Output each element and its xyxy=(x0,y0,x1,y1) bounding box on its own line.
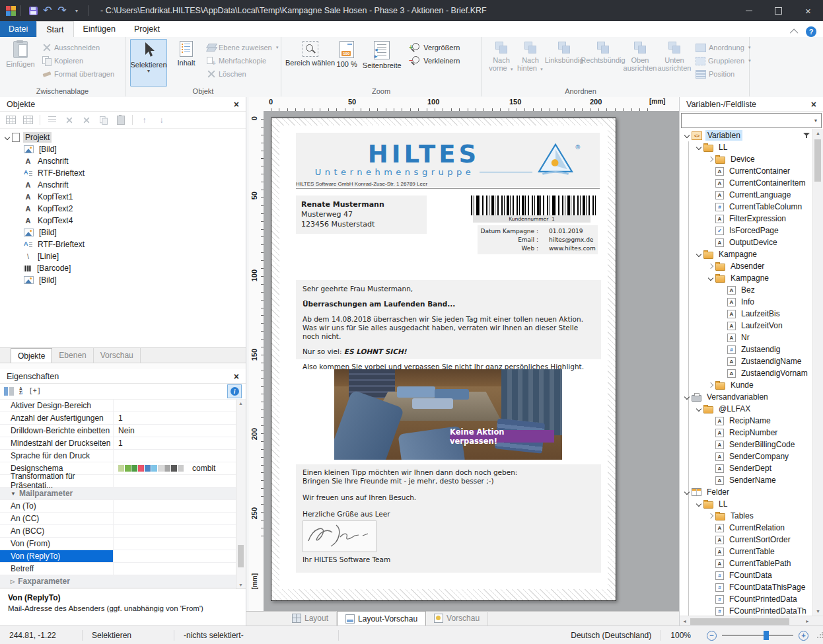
tree-item[interactable]: KopfText2 xyxy=(0,203,246,215)
paste-button[interactable]: Einfügen xyxy=(4,39,37,87)
chevron-icon[interactable] xyxy=(706,431,715,435)
properties-scrollbar[interactable]: ▲ ▼ xyxy=(236,400,246,589)
chevron-icon[interactable] xyxy=(15,196,24,199)
tree-item[interactable]: Kampagne xyxy=(680,248,813,260)
info-button[interactable]: i xyxy=(227,384,242,398)
letter-page[interactable]: HILTES Unternehmensgruppe ® HILTES Softw… xyxy=(271,118,616,601)
chevron-icon[interactable] xyxy=(694,252,703,256)
tree-item[interactable]: IsForcedPage xyxy=(680,225,813,236)
tree-item[interactable]: RTF-Brieftext xyxy=(0,167,246,179)
tree-item[interactable]: CurrentRelation xyxy=(680,522,813,534)
chevron-icon[interactable] xyxy=(706,419,715,423)
tab-vorschau[interactable]: Vorschau xyxy=(94,348,141,363)
position-button[interactable]: Position xyxy=(696,69,752,79)
status-language[interactable]: Deutsch (Deutschland) xyxy=(561,630,661,641)
sort-az-button[interactable]: A Z↓ xyxy=(19,387,24,396)
property-row[interactable]: Transformation für Präsentati... xyxy=(0,475,246,487)
chevron-icon[interactable] xyxy=(718,336,727,340)
scrollbar-thumb[interactable] xyxy=(690,618,789,625)
property-row[interactable]: Sprache für den Druck xyxy=(0,450,246,462)
tree-item[interactable]: FilterExpression xyxy=(680,213,813,225)
property-row[interactable]: Mailparameter xyxy=(0,487,246,500)
scroll-right-icon[interactable]: ► xyxy=(805,619,810,624)
tree-item[interactable]: CurrentContainer xyxy=(680,165,813,177)
property-value[interactable]: 1 xyxy=(114,437,246,449)
fieldlist-vscrollbar[interactable]: ▲ ▼ xyxy=(812,129,823,616)
property-row[interactable]: Von (From) xyxy=(0,538,246,550)
align-right-button[interactable]: Rechtsbündig xyxy=(583,39,623,87)
copy-object-button[interactable] xyxy=(98,115,109,125)
tree-item[interactable]: [Bild] xyxy=(0,274,246,286)
fieldlist-filter-combo[interactable]: ▼ xyxy=(681,113,822,128)
align-top-button[interactable]: Oben ausrichten xyxy=(623,39,657,87)
chevron-icon[interactable] xyxy=(706,538,715,542)
zoom-out-button[interactable]: −Verkleinern xyxy=(410,55,460,66)
format-painter-button[interactable]: Format übertragen xyxy=(42,69,114,79)
object-list-button[interactable] xyxy=(46,115,57,125)
paste-object-button[interactable] xyxy=(115,115,126,125)
property-row[interactable]: An (To) xyxy=(0,500,246,513)
chevron-icon[interactable] xyxy=(706,526,715,530)
tree-item[interactable]: ZustaendigVornam xyxy=(680,367,813,379)
property-value[interactable] xyxy=(114,513,246,524)
tab-layout-vorschau[interactable]: Layout-Vorschau xyxy=(337,611,426,626)
tree-item[interactable]: Anschrift xyxy=(0,155,246,167)
tree-item[interactable]: Kunde xyxy=(680,379,813,391)
bring-to-front-button[interactable]: Nach vorne ▼ xyxy=(487,39,516,87)
assign-layer-button[interactable]: Ebene zuweisen▼ xyxy=(207,42,279,53)
tree-item[interactable]: Kampagne xyxy=(680,272,813,284)
chevron-icon[interactable] xyxy=(706,205,715,209)
chevron-icon[interactable] xyxy=(706,194,715,197)
campaign-info-object[interactable]: Datum Kampagne : 01.01.2019 Email : hilt… xyxy=(478,225,598,254)
send-to-back-button[interactable]: Nach hinten ▼ xyxy=(516,39,545,87)
designschema-value[interactable]: combit xyxy=(114,462,246,474)
zoom-slider[interactable] xyxy=(722,635,793,636)
chevron-icon[interactable] xyxy=(15,172,24,175)
chevron-icon[interactable] xyxy=(706,586,715,589)
chevron-icon[interactable] xyxy=(15,160,24,163)
property-value[interactable]: Nein xyxy=(114,425,246,437)
chevron-icon[interactable] xyxy=(15,267,24,270)
tree-item[interactable]: [Bild] xyxy=(0,227,246,238)
chevron-icon[interactable] xyxy=(682,133,692,137)
chevron-icon[interactable] xyxy=(15,243,24,246)
chevron-icon[interactable] xyxy=(706,383,715,387)
resize-grip[interactable] xyxy=(816,632,823,639)
tree-item[interactable]: Absender xyxy=(680,260,813,272)
scrollbar-thumb[interactable] xyxy=(814,139,821,182)
scroll-left-icon[interactable]: ◄ xyxy=(682,619,687,624)
tree-item[interactable]: LL xyxy=(680,141,813,153)
section-chevron-icon[interactable] xyxy=(11,491,16,497)
property-value[interactable] xyxy=(114,400,246,411)
tab-ebenen[interactable]: Ebenen xyxy=(52,348,93,363)
chevron-icon[interactable] xyxy=(694,145,703,149)
tree-item[interactable]: [Barcode] xyxy=(0,262,246,274)
sender-line[interactable]: HILTES Software GmbH Konrad-Zuse-Str. 1 … xyxy=(296,180,427,188)
chevron-icon[interactable] xyxy=(718,289,727,292)
property-row[interactable]: Aktiver Design-Bereich xyxy=(0,400,246,412)
tree-item[interactable]: CurrentLanguage xyxy=(680,189,813,201)
tree-item[interactable]: SenderDept xyxy=(680,462,813,474)
tree-item[interactable]: Device xyxy=(680,153,813,165)
chevron-icon[interactable] xyxy=(718,372,727,375)
tree-item[interactable]: CurrentTablePath xyxy=(680,557,813,569)
cut-button[interactable]: Ausschneiden xyxy=(42,42,114,53)
property-value[interactable] xyxy=(114,450,246,462)
fieldlist-filter-input[interactable] xyxy=(682,114,810,127)
chevron-icon[interactable] xyxy=(706,264,715,268)
tree-item[interactable]: LL xyxy=(680,498,813,510)
zoom-in-button[interactable]: + xyxy=(799,631,808,641)
chevron-icon[interactable] xyxy=(706,455,715,458)
chevron-icon[interactable] xyxy=(706,182,715,185)
chevron-icon[interactable] xyxy=(706,550,715,554)
chevron-icon[interactable] xyxy=(706,610,715,613)
tree-item[interactable]: Felder xyxy=(680,486,813,498)
zoom-out-button[interactable]: − xyxy=(707,631,717,641)
tree-item[interactable]: [Bild] xyxy=(0,143,246,155)
filter-icon[interactable] xyxy=(803,132,810,139)
chevron-down-icon[interactable]: ▼ xyxy=(810,118,821,123)
tree-item[interactable]: FCountPrintedData xyxy=(680,593,813,605)
property-value[interactable]: 1 xyxy=(114,412,246,424)
tab-einfuegen[interactable]: Einfügen xyxy=(74,21,125,37)
property-value[interactable] xyxy=(114,563,246,575)
